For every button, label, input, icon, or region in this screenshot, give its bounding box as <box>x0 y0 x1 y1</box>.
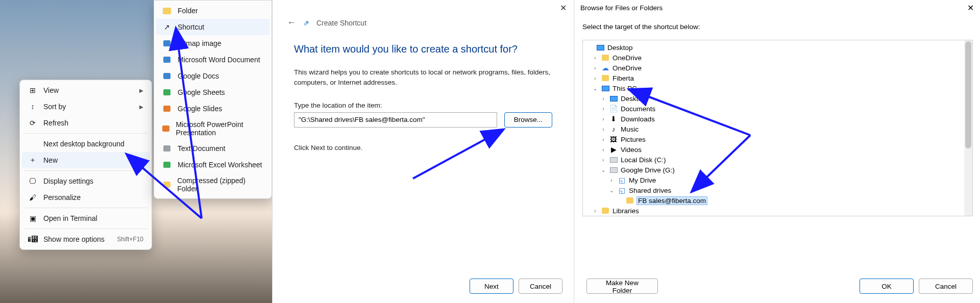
sort-icon: ↕ <box>28 102 37 111</box>
separator <box>24 170 148 171</box>
ctx-view-label: View <box>43 86 59 94</box>
plus-icon: ＋ <box>28 156 37 165</box>
new-bitmap[interactable]: Bitmap image <box>156 35 270 52</box>
music-icon: ♪ <box>609 125 618 133</box>
brush-icon: 🖌 <box>28 193 37 202</box>
gdrive-icon: ◱ <box>618 176 626 184</box>
node-shared-drives[interactable]: ⌄◱Shared drives <box>585 185 972 195</box>
node-fb-sales[interactable]: FB sales@fiberta.com <box>585 195 972 206</box>
new-txt-label: Text Document <box>178 144 225 153</box>
make-new-folder-button[interactable]: Make New Folder <box>586 279 658 294</box>
cancel-button[interactable]: Cancel <box>519 279 562 294</box>
separator <box>24 133 148 134</box>
node-music[interactable]: ›♪Music <box>585 124 972 134</box>
node-this-pc[interactable]: ⌄This PC <box>585 83 972 93</box>
close-icon[interactable]: ✕ <box>967 3 974 13</box>
ctx-more-kbd: Shift+F10 <box>117 236 143 243</box>
back-icon[interactable]: ← <box>287 17 296 28</box>
separator <box>24 208 148 208</box>
ctx-next-bg-label: Next desktop background <box>43 140 125 148</box>
ctx-terminal-label: Open in Terminal <box>43 214 97 222</box>
ctx-personalize[interactable]: 🖌 Personalize <box>22 189 150 206</box>
ctx-terminal[interactable]: ▣ Open in Terminal <box>22 210 150 226</box>
ctx-personalize-label: Personalize <box>43 193 81 201</box>
new-word-label: Microsoft Word Document <box>178 56 260 64</box>
new-zip[interactable]: Compressed (zipped) Folder <box>156 173 270 196</box>
context-menu-new: Folder ↗ Shortcut Bitmap image Microsoft… <box>154 0 272 199</box>
gslides-icon <box>162 104 172 113</box>
word-icon <box>162 55 172 64</box>
cloud-icon: ☁ <box>601 64 609 72</box>
node-fiberta[interactable]: ›Fiberta <box>585 73 972 83</box>
shortcut-icon: ↗ <box>162 22 172 32</box>
next-button[interactable]: Next <box>470 279 513 294</box>
gsheets-icon <box>162 88 172 97</box>
refresh-icon: ⟳ <box>28 118 37 128</box>
ctx-sort-label: Sort by <box>43 103 66 111</box>
new-gdocs-label: Google Docs <box>178 72 219 80</box>
new-gsheets[interactable]: Google Sheets <box>156 84 270 100</box>
node-libraries[interactable]: ›Libraries <box>585 206 972 216</box>
browse-button[interactable]: Browse... <box>504 112 552 128</box>
node-documents[interactable]: ›📄Documents <box>585 104 972 114</box>
scrollbar-thumb[interactable] <box>965 41 971 148</box>
location-input[interactable] <box>294 112 497 128</box>
wizard-title: What item would you like to create a sho… <box>294 43 552 55</box>
new-shortcut[interactable]: ↗ Shortcut <box>156 19 270 35</box>
location-label: Type the location of the item: <box>294 102 552 109</box>
zip-icon <box>162 180 171 189</box>
terminal-icon: ▣ <box>28 214 37 223</box>
ctx-sort[interactable]: ↕ Sort by ▶ <box>22 98 150 115</box>
node-pc-desktop[interactable]: ›Desktop <box>585 93 972 104</box>
node-network[interactable]: 🖧Network <box>585 216 972 216</box>
node-desktop[interactable]: Desktop <box>585 42 972 53</box>
new-gdocs[interactable]: Google Docs <box>156 68 270 84</box>
close-icon[interactable]: ✕ <box>560 3 567 13</box>
node-gdrive[interactable]: ⌄Google Drive (G:) <box>585 165 972 175</box>
ctx-display-label: Display settings <box>43 177 93 185</box>
chevron-right-icon: ▶ <box>139 104 143 110</box>
grid-icon: ⊞ <box>28 86 37 95</box>
new-folder-label: Folder <box>178 7 198 15</box>
dialog-title: Browse for Files or Folders <box>580 4 663 12</box>
ctx-new[interactable]: ＋ New ▶ <box>22 152 150 168</box>
more-icon: �⵼ <box>28 235 37 244</box>
dialog-subtitle: Select the target of the shortcut below: <box>574 15 980 38</box>
wizard-description: This wizard helps you to create shortcut… <box>294 67 552 88</box>
node-downloads[interactable]: ›⬇Downloads <box>585 114 972 124</box>
new-folder[interactable]: Folder <box>156 3 270 19</box>
new-gsheets-label: Google Sheets <box>178 88 225 96</box>
chevron-right-icon: ▶ <box>139 158 143 163</box>
node-my-drive[interactable]: ›◱My Drive <box>585 175 972 185</box>
node-pictures[interactable]: ›🖼Pictures <box>585 134 972 144</box>
node-local-disk[interactable]: ›Local Disk (C:) <box>585 155 972 165</box>
browse-dialog: Browse for Files or Folders ✕ Select the… <box>574 0 980 303</box>
scrollbar[interactable] <box>964 40 972 216</box>
new-bitmap-label: Bitmap image <box>178 39 222 47</box>
new-xls[interactable]: Microsoft Excel Worksheet <box>156 157 270 173</box>
documents-icon: 📄 <box>609 105 618 113</box>
node-onedrive2[interactable]: ›☁OneDrive <box>585 63 972 73</box>
ctx-next-bg[interactable]: Next desktop background <box>22 136 150 152</box>
cancel-button[interactable]: Cancel <box>919 279 973 294</box>
ppt-icon <box>162 124 169 133</box>
excel-icon <box>162 160 172 169</box>
wizard-hint: Click Next to continue. <box>294 143 552 153</box>
ok-button[interactable]: OK <box>860 279 914 294</box>
ctx-display[interactable]: 🖵 Display settings <box>22 173 150 189</box>
node-videos[interactable]: ›▶Videos <box>585 144 972 155</box>
ctx-view[interactable]: ⊞ View ▶ <box>22 82 150 98</box>
separator <box>24 229 148 229</box>
wizard-breadcrumb: Create Shortcut <box>316 19 366 27</box>
downloads-icon: ⬇ <box>609 115 618 123</box>
create-shortcut-wizard: ✕ ← ⇗ Create Shortcut What item would yo… <box>272 0 574 303</box>
new-ppt[interactable]: Microsoft PowerPoint Presentation <box>156 117 270 140</box>
new-txt[interactable]: Text Document <box>156 140 270 157</box>
ctx-refresh[interactable]: ⟳ Refresh <box>22 115 150 131</box>
node-onedrive1[interactable]: ›OneDrive <box>585 53 972 63</box>
new-gslides[interactable]: Google Slides <box>156 100 270 117</box>
context-menu-desktop: ⊞ View ▶ ↕ Sort by ▶ ⟳ Refresh Next desk… <box>19 80 152 250</box>
ctx-more[interactable]: �⵼ Show more options Shift+F10 <box>22 231 150 247</box>
new-word[interactable]: Microsoft Word Document <box>156 52 270 68</box>
ctx-more-label: Show more options <box>43 235 105 243</box>
